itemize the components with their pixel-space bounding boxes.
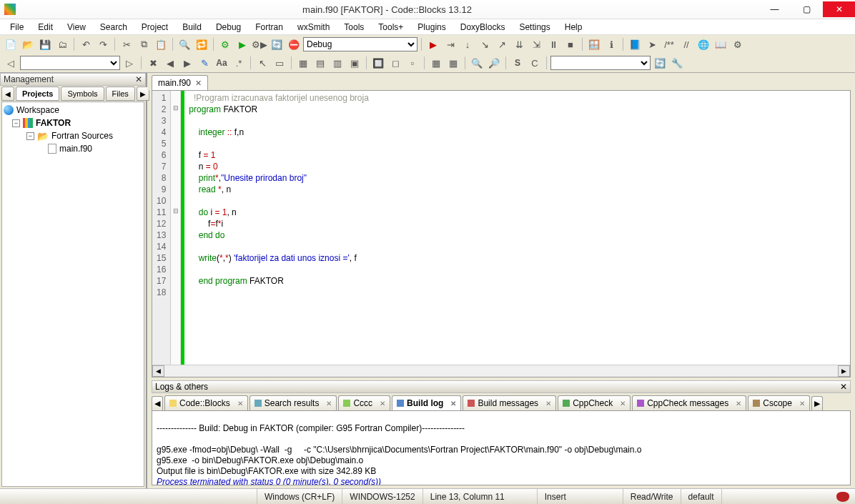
build-target-combo[interactable]: Debug bbox=[303, 37, 417, 51]
tool2-icon[interactable]: ▤ bbox=[312, 55, 328, 71]
build-run-icon[interactable]: ⚙▶ bbox=[252, 36, 267, 52]
menu-tools[interactable]: Tools bbox=[338, 21, 370, 34]
zoom3-icon[interactable]: ▫ bbox=[405, 55, 420, 71]
menu-file[interactable]: File bbox=[4, 21, 29, 34]
prev-mark-icon[interactable]: ◀ bbox=[162, 55, 178, 71]
doxy-html-icon[interactable]: 🌐 bbox=[696, 36, 711, 52]
bug-icon[interactable] bbox=[836, 492, 849, 502]
menu-help[interactable]: Help bbox=[559, 21, 588, 34]
logtab-close-icon[interactable]: ✕ bbox=[380, 400, 385, 407]
tool1-icon[interactable]: ▦ bbox=[295, 55, 311, 71]
stop-icon[interactable]: ■ bbox=[563, 36, 578, 52]
replace-icon[interactable]: 🔁 bbox=[194, 36, 209, 52]
tool4-icon[interactable]: ▣ bbox=[347, 55, 362, 71]
step-out-icon[interactable]: ↗ bbox=[494, 36, 510, 52]
menu-search[interactable]: Search bbox=[94, 21, 133, 34]
tree-file[interactable]: main.f90 bbox=[4, 142, 142, 155]
doxy-ext-icon[interactable]: ➤ bbox=[644, 36, 660, 52]
code-body[interactable]: !Program izracunava faktorijel unesenog … bbox=[184, 91, 372, 365]
paste-icon[interactable]: 📋 bbox=[153, 36, 169, 52]
project-tree[interactable]: Workspace − FAKTOR − 📂 Fortran Sources m… bbox=[1, 102, 144, 487]
zoomout-icon[interactable]: 🔎 bbox=[486, 55, 502, 71]
regex-icon[interactable]: .* bbox=[231, 55, 247, 71]
logtab-cscope[interactable]: Cscope✕ bbox=[748, 395, 810, 410]
logtab-close-icon[interactable]: ✕ bbox=[237, 400, 243, 407]
editor-tab-main[interactable]: main.f90 ✕ bbox=[152, 75, 208, 90]
tool3-icon[interactable]: ▥ bbox=[330, 55, 345, 71]
logtab-close-icon[interactable]: ✕ bbox=[450, 400, 456, 407]
run-to-cursor-icon[interactable]: ⇥ bbox=[443, 36, 458, 52]
menu-debug[interactable]: Debug bbox=[210, 21, 247, 34]
open-icon[interactable]: 📂 bbox=[20, 36, 36, 52]
save-icon[interactable]: 💾 bbox=[37, 36, 53, 52]
build-log-body[interactable]: -------------- Build: Debug in FAKTOR (c… bbox=[152, 410, 851, 485]
jump-combo[interactable] bbox=[20, 56, 120, 70]
tree-project[interactable]: − FAKTOR bbox=[4, 117, 142, 129]
menu-fortran[interactable]: Fortran bbox=[249, 21, 289, 34]
fold-column[interactable]: ⊟⊟ bbox=[171, 91, 181, 365]
mgmt-tab-files[interactable]: Files bbox=[106, 87, 135, 101]
logtab-build-log[interactable]: Build log✕ bbox=[392, 395, 461, 410]
find-icon[interactable]: 🔍 bbox=[177, 36, 192, 52]
logs-close-icon[interactable]: ✕ bbox=[840, 382, 847, 392]
maximize-button[interactable]: ▢ bbox=[791, 1, 823, 17]
tree-workspace[interactable]: Workspace bbox=[4, 104, 142, 117]
logtab-search-results[interactable]: Search results✕ bbox=[249, 395, 337, 410]
expander-icon[interactable]: − bbox=[26, 132, 34, 140]
fwd-icon[interactable]: ▷ bbox=[122, 55, 137, 71]
copy-icon[interactable]: ⧉ bbox=[136, 36, 152, 52]
break-icon[interactable]: ⏸ bbox=[545, 36, 561, 52]
doxy-cfg-icon[interactable]: ⚙ bbox=[730, 36, 746, 52]
back-icon[interactable]: ◁ bbox=[3, 55, 19, 71]
menu-settings[interactable]: Settings bbox=[513, 21, 555, 34]
zoom2-icon[interactable]: ◻ bbox=[387, 55, 403, 71]
status-profile[interactable]: default bbox=[681, 489, 722, 504]
menu-edit[interactable]: Edit bbox=[32, 21, 59, 34]
step-into-icon[interactable]: ↘ bbox=[477, 36, 493, 52]
logtab-prev[interactable]: ◀ bbox=[152, 396, 163, 410]
dollar-icon[interactable]: S bbox=[510, 55, 525, 71]
menu-wxsmith[interactable]: wxSmith bbox=[292, 21, 335, 34]
logtab-build-messages[interactable]: Build messages✕ bbox=[463, 395, 556, 410]
cut-icon[interactable]: ✂ bbox=[119, 36, 134, 52]
logtab-cppcheck-messages[interactable]: CppCheck messages✕ bbox=[632, 395, 746, 410]
run-icon[interactable]: ▶ bbox=[234, 36, 250, 52]
logtab-cppcheck[interactable]: CppCheck✕ bbox=[558, 395, 631, 410]
abort-icon[interactable]: ⛔ bbox=[286, 36, 302, 52]
mgmt-tab-symbols[interactable]: Symbols bbox=[61, 87, 104, 101]
new-file-icon[interactable]: 📄 bbox=[3, 36, 19, 52]
logtab-close-icon[interactable]: ✕ bbox=[326, 400, 332, 407]
clear-icon[interactable]: ✖ bbox=[145, 55, 161, 71]
editor[interactable]: 123456789101112131415161718 ⊟⊟ !Program … bbox=[152, 90, 851, 377]
zoomin-icon[interactable]: 🔍 bbox=[469, 55, 485, 71]
close-button[interactable]: ✕ bbox=[823, 1, 855, 17]
tree-folder[interactable]: − 📂 Fortran Sources bbox=[4, 129, 142, 142]
minimize-button[interactable]: — bbox=[758, 1, 791, 17]
mgmt-tab-prev[interactable]: ◀ bbox=[1, 87, 14, 101]
status-encoding[interactable]: WINDOWS-1252 bbox=[342, 489, 422, 504]
debug-start-icon[interactable]: ▶ bbox=[425, 36, 441, 52]
expander-icon[interactable]: − bbox=[12, 119, 20, 127]
status-insert[interactable]: Insert bbox=[538, 489, 623, 504]
tab-close-icon[interactable]: ✕ bbox=[195, 79, 202, 88]
status-eol[interactable]: Windows (CR+LF) bbox=[257, 489, 342, 504]
save-all-icon[interactable]: 🗂 bbox=[54, 36, 70, 52]
logtab-close-icon[interactable]: ✕ bbox=[799, 400, 805, 407]
lang-combo[interactable] bbox=[550, 56, 651, 70]
copy-cmd-icon[interactable]: C bbox=[527, 55, 543, 71]
menu-project[interactable]: Project bbox=[136, 21, 174, 34]
zoom1-icon[interactable]: 🔲 bbox=[370, 55, 386, 71]
refresh-icon[interactable]: 🔄 bbox=[652, 55, 668, 71]
logtab-code-blocks[interactable]: Code::Blocks✕ bbox=[164, 395, 248, 410]
redo-icon[interactable]: ↷ bbox=[95, 36, 111, 52]
grid2-icon[interactable]: ▦ bbox=[445, 55, 461, 71]
menu-plugins[interactable]: Plugins bbox=[412, 21, 451, 34]
undo-icon[interactable]: ↶ bbox=[78, 36, 94, 52]
logtab-close-icon[interactable]: ✕ bbox=[736, 400, 741, 407]
doxy-line-icon[interactable]: // bbox=[678, 36, 694, 52]
grid1-icon[interactable]: ▦ bbox=[428, 55, 444, 71]
logtab-next[interactable]: ▶ bbox=[811, 396, 823, 410]
rebuild-icon[interactable]: 🔄 bbox=[269, 36, 285, 52]
select-icon[interactable]: ▭ bbox=[272, 55, 287, 71]
logtab-cccc[interactable]: Cccc✕ bbox=[338, 395, 390, 410]
